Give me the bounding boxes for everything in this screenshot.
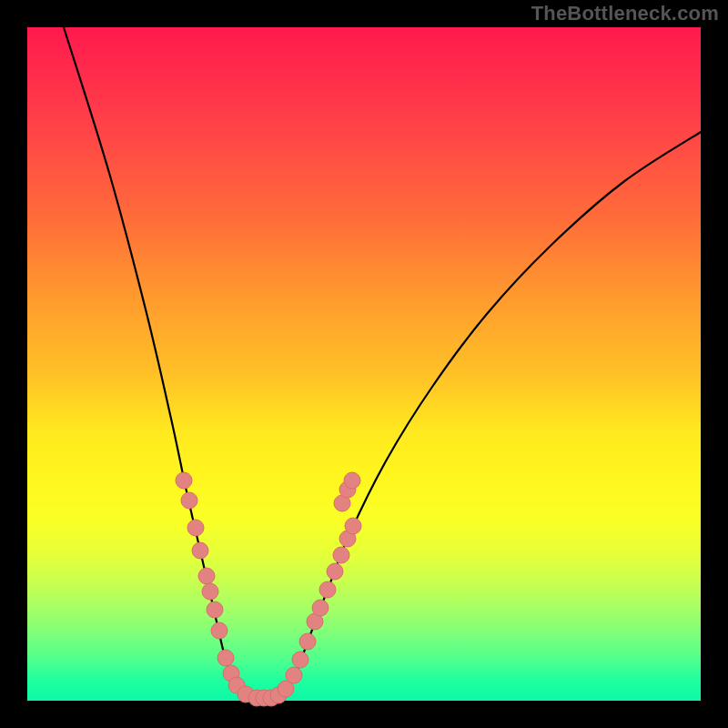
marker-dot [187, 520, 204, 536]
curve-layer [27, 27, 701, 701]
brand-watermark: TheBottleneck.com [531, 2, 719, 25]
marker-dot [217, 650, 234, 666]
marker-dot [292, 652, 308, 668]
marker-dot [312, 600, 329, 616]
marker-dot [181, 492, 197, 509]
marker-dot [327, 563, 343, 580]
marker-dot [207, 602, 223, 618]
marker-dot [299, 633, 316, 650]
chart-frame: TheBottleneck.com [0, 0, 728, 728]
marker-dot [344, 472, 360, 489]
bottleneck-curve [64, 27, 701, 699]
marker-dot [211, 622, 228, 639]
marker-dot [333, 547, 349, 563]
marker-dot [192, 542, 208, 559]
marker-dot [345, 518, 361, 534]
marker-group [176, 472, 361, 706]
marker-dot [198, 568, 215, 584]
marker-dot [319, 581, 336, 598]
marker-dot [176, 472, 192, 489]
marker-dot [202, 583, 218, 600]
marker-dot [286, 667, 302, 683]
